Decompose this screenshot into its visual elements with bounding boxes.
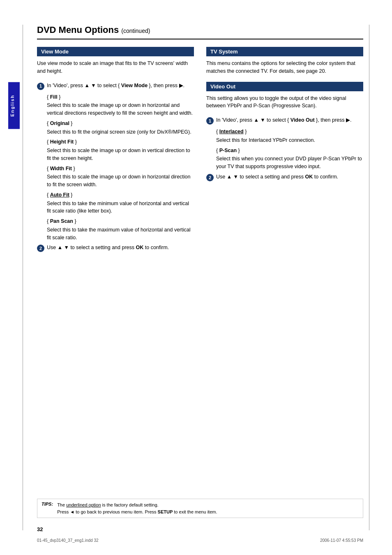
video-step1-number: 1 — [206, 117, 214, 125]
option-original: { Original } Select this to fit the orig… — [47, 120, 194, 136]
sidebar-language-label: English — [8, 82, 20, 129]
option-pan-scan: { Pan Scan } Select this to take the max… — [47, 217, 194, 241]
view-mode-header: View Mode — [37, 47, 194, 56]
tips-line1: The underlined option is the factory def… — [57, 502, 217, 509]
video-step2-text: Use ▲ ▼ to select a setting and press OK… — [216, 173, 363, 181]
view-mode-step1: 1 In 'Video', press ▲ ▼ to select { View… — [37, 82, 194, 90]
step2-text: Use ▲ ▼ to select a setting and press OK… — [47, 244, 194, 252]
video-out-intro: This setting allows you to toggle the ou… — [206, 95, 363, 110]
option-auto-fit: { Auto Fit } Select this to take the min… — [47, 191, 194, 215]
option-width-fit: { Width Fit } Select this to scale the i… — [47, 165, 194, 189]
step1-text: In 'Video', press ▲ ▼ to select { View M… — [47, 82, 194, 90]
left-border — [23, 25, 23, 530]
right-border — [369, 25, 369, 530]
video-out-step1: 1 In 'Video', press ▲ ▼ to select { Vide… — [206, 116, 363, 125]
option-interlaced: { Interlaced } Select this for Interlace… — [216, 128, 363, 144]
page-title: DVD Menu Options (continued) — [37, 25, 363, 39]
main-content: View Mode Use view mode to scale an imag… — [37, 47, 363, 255]
footer-file: 01-45_dvp3140_37_eng1.indd 32 — [37, 538, 99, 543]
tips-content: The underlined option is the factory def… — [57, 502, 217, 515]
view-mode-step2: 2 Use ▲ ▼ to select a setting and press … — [37, 244, 194, 252]
option-height-fit: { Height Fit } Select this to scale the … — [47, 138, 194, 162]
video-step1-text: In 'Video', press ▲ ▼ to select { Video … — [216, 116, 363, 124]
tv-system-desc: This menu contains the options for selec… — [206, 60, 363, 75]
option-fill: { Fill } Select this to scale the image … — [47, 93, 194, 117]
video-out-header: Video Out — [206, 82, 363, 91]
view-mode-intro: Use view mode to scale an image that fit… — [37, 60, 194, 75]
footer-date: 2006-11-07 4:55:53 PM — [320, 538, 363, 543]
tips-label: TIPS: — [42, 502, 53, 515]
tips-box: TIPS: The underlined option is the facto… — [37, 499, 363, 518]
right-column: TV System This menu contains the options… — [206, 47, 363, 255]
tv-system-header: TV System — [206, 47, 363, 56]
video-out-step2: 2 Use ▲ ▼ to select a setting and press … — [206, 173, 363, 181]
option-p-scan: { P-Scan } Select this when you connect … — [216, 147, 363, 171]
step1-number: 1 — [37, 83, 44, 90]
step2-number: 2 — [37, 245, 44, 252]
left-column: View Mode Use view mode to scale an imag… — [37, 47, 194, 255]
page-number: 32 — [37, 526, 43, 532]
tips-line2: Press ◄ to go back to previous menu item… — [57, 509, 217, 516]
video-step2-number: 2 — [206, 174, 214, 181]
page: English DVD Menu Options (continued) Vie… — [0, 0, 392, 555]
